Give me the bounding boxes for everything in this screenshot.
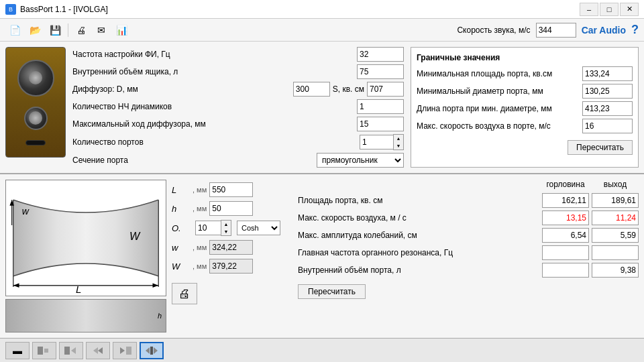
svg-marker-22 [154, 347, 158, 354]
boundary-input-3[interactable] [582, 101, 633, 116]
boundary-title: Граничные значения [417, 53, 633, 62]
port-shape-svg: w W L [6, 180, 166, 296]
bottom-tool-btn-1[interactable]: ▬ [5, 342, 30, 359]
result-input-portvol-2[interactable] [592, 263, 639, 278]
port-param-row-O: O. ▲ ▼ Cosh Exp Linear [172, 220, 292, 236]
svg-marker-16 [93, 347, 98, 354]
param-select-porttype[interactable]: прямоугольник круглый щелевой [317, 153, 404, 168]
param-label-numports: Количество портов [72, 137, 357, 147]
port-diagram: w W L [5, 180, 166, 296]
svg-text:W: W [129, 230, 141, 242]
bottom-tool-btn-4[interactable] [86, 342, 110, 359]
boundary-label-1: Минимальная площадь порта, кв.см [417, 69, 578, 78]
port-side-diagram: h [5, 299, 166, 333]
bottom-tool-btn-6[interactable] [140, 342, 164, 359]
maximize-button[interactable]: □ [600, 3, 619, 16]
speaker-image [5, 47, 66, 158]
toolbar: 📄 📂 💾 🖨 ✉ 📊 Скорость звука, м/с Car Audi… [0, 19, 644, 42]
port-param-label-h: h [172, 204, 189, 214]
bottom-toolbar: ▬ [0, 338, 644, 362]
param-input-maxexc[interactable] [357, 117, 404, 131]
bottom-tool-btn-2[interactable] [32, 342, 56, 359]
param-label-vol: Внутренний объём ящика, л [72, 67, 354, 76]
result-input-speed-1[interactable] [542, 210, 589, 225]
port-param-label-w: w [172, 243, 189, 253]
svg-marker-17 [98, 347, 103, 354]
new-button[interactable]: 📄 [5, 21, 24, 39]
icon-btn-3-svg [64, 345, 78, 356]
minimize-button[interactable]: – [580, 3, 598, 16]
boundary-row-3: Длина порта при мин. диаметре, мм [417, 101, 633, 116]
result-input-area-1[interactable] [542, 193, 589, 208]
port-param-select-O[interactable]: Cosh Exp Linear [237, 221, 280, 235]
table-button[interactable]: 📊 [112, 21, 131, 39]
port-param-row-w: w , мм [172, 240, 292, 255]
port-param-spinner-O-input[interactable] [195, 221, 221, 235]
print-button[interactable]: 🖨 [72, 21, 91, 39]
param-input-diffD[interactable] [293, 82, 330, 97]
result-input-amp-1[interactable] [542, 228, 589, 243]
spinner-O-up[interactable]: ▲ [221, 221, 231, 228]
boundary-row-4: Макс. скорость воздуха в порте, м/с [417, 119, 633, 133]
bottom-tool-btn-5[interactable] [113, 342, 137, 359]
param-sub-label-S: S, кв. см [333, 84, 364, 94]
close-button[interactable]: ✕ [620, 3, 639, 16]
result-input-speed-2[interactable] [592, 210, 639, 225]
results-panel: горловина выход Площадь порта, кв. см Ма… [298, 180, 639, 333]
param-input-freq[interactable] [357, 47, 404, 62]
spinner-down[interactable]: ▼ [394, 142, 403, 149]
result-input-freq-1[interactable] [542, 245, 589, 260]
param-input-diffS[interactable] [367, 82, 404, 97]
port-param-input-W[interactable] [209, 259, 253, 274]
param-label-maxexc: Максимальный ход диффузора, мм [72, 119, 354, 129]
speed-sound-input[interactable] [536, 23, 576, 38]
spinner-numports-input[interactable] [360, 135, 393, 149]
toolbar-separator-1 [68, 23, 68, 37]
clearfix: Пересчитать [417, 136, 633, 155]
boundary-input-1[interactable] [582, 66, 633, 81]
svg-rect-21 [150, 347, 153, 355]
result-input-portvol-1[interactable] [542, 263, 589, 278]
port-param-row-L: L , мм [172, 182, 292, 197]
results-header: горловина выход [298, 180, 639, 189]
window-title: BassPort 1.1 - [IVOLGA] [20, 5, 108, 14]
spinner-O-down[interactable]: ▼ [221, 228, 231, 235]
result-input-freq-2[interactable] [592, 245, 639, 260]
recalc-top-button[interactable]: Пересчитать [568, 140, 633, 155]
result-row-amp: Макс. амплитуда колебаний, см [298, 228, 639, 243]
param-input-vol[interactable] [357, 64, 404, 79]
port-param-unit-L: , мм [193, 186, 207, 194]
recalc-bottom-button[interactable]: Пересчитать [298, 284, 366, 299]
param-row-numdr: Количество НЧ динамиков [72, 99, 404, 114]
side-label-h: h [158, 312, 162, 320]
result-row-speed: Макс. скорость воздуха, м / с [298, 210, 639, 225]
result-label-speed: Макс. скорость воздуха, м / с [298, 213, 539, 223]
svg-rect-19 [126, 347, 131, 355]
email-button[interactable]: ✉ [92, 21, 111, 39]
param-input-numdr[interactable] [357, 99, 404, 114]
bottom-tool-btn-3[interactable] [59, 342, 83, 359]
svg-rect-13 [44, 349, 48, 353]
param-row-vol: Внутренний объём ящика, л [72, 64, 404, 79]
port-param-input-h[interactable] [209, 201, 253, 216]
port-param-input-L[interactable] [209, 182, 253, 197]
car-audio-link[interactable]: Car Audio [582, 25, 626, 36]
svg-marker-20 [146, 347, 150, 354]
svg-rect-12 [38, 347, 43, 355]
speaker-port-hole [25, 140, 46, 145]
result-row-area: Площадь порта, кв. см [298, 193, 639, 208]
app-icon: B [5, 4, 16, 15]
save-button[interactable]: 💾 [46, 21, 64, 39]
help-button[interactable]: ? [631, 23, 639, 37]
boundary-input-4[interactable] [582, 119, 633, 133]
result-input-amp-2[interactable] [592, 228, 639, 243]
port-print-button[interactable]: 🖨 [172, 283, 197, 304]
open-button[interactable]: 📂 [25, 21, 44, 39]
result-input-area-2[interactable] [592, 193, 639, 208]
param-label-diff: Диффузор: D, мм [72, 84, 290, 94]
spinner-up[interactable]: ▲ [394, 135, 403, 142]
boundary-row-2: Минимальный диаметр порта, мм [417, 84, 633, 99]
boundary-input-2[interactable] [582, 84, 633, 99]
param-row-freq: Частота настройки ФИ, Гц [72, 47, 404, 62]
port-param-input-w[interactable] [209, 240, 253, 255]
